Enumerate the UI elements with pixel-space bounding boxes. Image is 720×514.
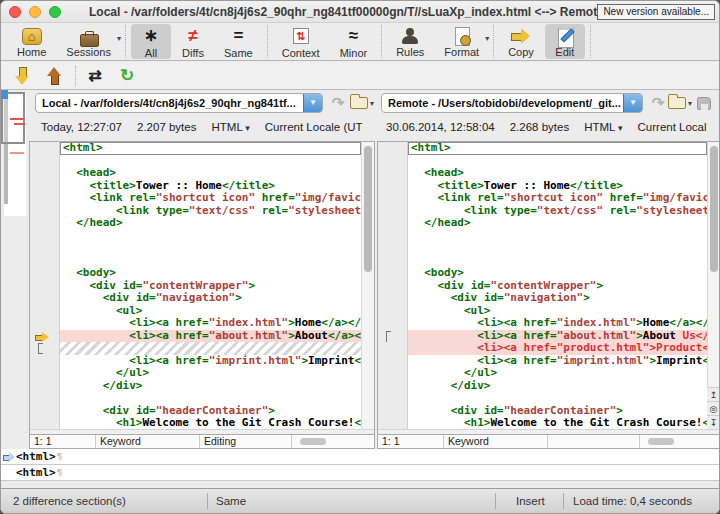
code-line[interactable]: <h1>Welcome to the Git Crash Course!< xyxy=(30,417,361,429)
code-line[interactable]: <title>Tower :: Home</title> xyxy=(30,180,361,193)
code-line[interactable]: <head> xyxy=(378,167,707,180)
code-line[interactable]: <link type="text/css" rel="stylesheet xyxy=(378,205,707,218)
close-window-button[interactable] xyxy=(9,6,21,18)
right-file-path-combo[interactable]: Remote - /Users/tobidobi/development/_gi… xyxy=(381,93,643,113)
gutter xyxy=(30,342,60,355)
edit-button[interactable]: Edit xyxy=(545,24,585,59)
swap-sides-icon[interactable]: ⇄ xyxy=(82,65,108,87)
right-code-editor[interactable]: <html> <head> <title>Tower :: Home</titl… xyxy=(378,142,707,429)
next-diff-scroll-button[interactable]: ↧ xyxy=(707,415,720,429)
code-line[interactable] xyxy=(378,392,707,405)
code-line[interactable]: <li><a href="imprint.html">Imprint< xyxy=(30,355,361,368)
code-line[interactable]: <h1>Welcome to the Git Crash Course!< xyxy=(378,417,707,429)
code-line[interactable]: <div id="navigation"> xyxy=(378,292,707,305)
code-line[interactable]: <ul> xyxy=(30,305,361,318)
center-diff-scroll-button[interactable]: ◎ xyxy=(707,401,720,415)
code-line[interactable] xyxy=(30,392,361,405)
diff-minimap[interactable] xyxy=(1,90,29,449)
prev-diff-scroll-button[interactable]: ↥ xyxy=(707,387,720,401)
left-format-dropdown[interactable]: HTML xyxy=(211,121,249,133)
code-line[interactable]: <body> xyxy=(30,267,361,280)
code-line[interactable]: <ul> xyxy=(378,305,707,318)
left-current-line-row[interactable]: <html> ¶ xyxy=(1,449,720,465)
code-line[interactable]: <li><a href="imprint.html">Imprint< xyxy=(378,355,707,368)
rules-button[interactable]: Rules xyxy=(387,24,433,59)
refresh-icon[interactable]: ↻ xyxy=(114,65,140,87)
chevron-down-icon[interactable]: ▾ xyxy=(117,34,121,43)
right-code-pane[interactable]: <html> <head> <title>Tower :: Home</titl… xyxy=(377,141,720,449)
code-line[interactable]: </div> xyxy=(378,380,707,393)
code-line[interactable]: <title>Tower :: Home</title> xyxy=(378,180,707,193)
copy-button[interactable]: Copy xyxy=(499,24,543,59)
diffs-button[interactable]: ≠Diffs xyxy=(173,24,213,59)
code-line[interactable] xyxy=(30,155,361,168)
code-line[interactable]: <li><a href="index.html">Home</a></ xyxy=(30,317,361,330)
left-code-editor[interactable]: <html> <head> <title>Tower :: Home</titl… xyxy=(30,142,361,429)
left-reload-file-icon[interactable]: ↷ xyxy=(329,94,347,112)
right-syntax-mode[interactable]: Keyword xyxy=(444,435,548,448)
code-line[interactable] xyxy=(30,342,361,355)
code-line[interactable]: <div id="headerContainer"> xyxy=(30,405,361,418)
code-line[interactable]: <div id="navigation"> xyxy=(30,292,361,305)
right-reload-file-icon[interactable]: ↷ xyxy=(649,94,667,112)
code-line[interactable]: </ul> xyxy=(30,367,361,380)
code-line[interactable] xyxy=(30,230,361,243)
code-line[interactable]: </head> xyxy=(378,217,707,230)
code-line[interactable]: <li><a href="index.html">Home</a></ xyxy=(378,317,707,330)
minor-button[interactable]: ≈Minor xyxy=(331,24,377,59)
minimize-window-button[interactable] xyxy=(29,6,41,18)
code-line[interactable]: <link rel="shortcut icon" href="img/favi… xyxy=(30,192,361,205)
code-line[interactable]: <html> xyxy=(378,142,707,155)
home-button[interactable]: ⌂Home xyxy=(8,24,55,59)
context-button[interactable]: ⇅Context xyxy=(273,24,329,59)
code-line[interactable]: <html> xyxy=(30,142,361,155)
statusbar: 2 difference section(s) Same Insert Load… xyxy=(1,488,720,514)
code-line[interactable]: <div id="headerContainer"> xyxy=(378,405,707,418)
chevron-down-icon[interactable]: ▾ xyxy=(485,34,489,43)
left-code-pane[interactable]: <html> <head> <title>Tower :: Home</titl… xyxy=(29,141,375,449)
code-line-text: <li><a href="index.html">Home</a></ xyxy=(408,317,707,330)
code-line[interactable] xyxy=(30,242,361,255)
right-encoding-dropdown[interactable]: Current Local xyxy=(638,121,707,133)
prev-diff-arrow-icon[interactable] xyxy=(41,65,67,87)
code-line[interactable] xyxy=(30,255,361,268)
left-file-info: Today, 12:27:07 2.207 bytes HTML Current… xyxy=(41,121,375,133)
right-vertical-scrollbar[interactable]: ↥ ◎ ↧ xyxy=(707,142,720,429)
code-line[interactable]: <body> xyxy=(378,267,707,280)
code-line[interactable]: <div id="contentWrapper"> xyxy=(30,280,361,293)
right-open-folder-icon[interactable]: ▾ xyxy=(667,94,693,112)
left-file-path-combo[interactable]: Local - /var/folders/4t/cn8j4j6s2_90qhr_… xyxy=(35,93,323,113)
code-line[interactable]: </ul> xyxy=(378,367,707,380)
code-line[interactable] xyxy=(378,255,707,268)
update-available-badge[interactable]: New version available... xyxy=(597,4,715,20)
code-line[interactable]: </head> xyxy=(30,217,361,230)
sessions-button[interactable]: Sessions▾ xyxy=(57,24,120,59)
chevron-down-icon[interactable]: ▾ xyxy=(303,93,322,113)
left-encoding-dropdown[interactable]: Current Locale (UT xyxy=(265,121,363,133)
code-line[interactable]: <link rel="shortcut icon" href="img/favi… xyxy=(378,192,707,205)
format-button[interactable]: Format▾ xyxy=(435,24,488,59)
left-syntax-mode[interactable]: Keyword xyxy=(96,435,200,448)
code-line[interactable] xyxy=(378,242,707,255)
code-line[interactable]: <li><a href="product.html">Product< xyxy=(378,342,707,355)
code-line[interactable]: </div> xyxy=(30,380,361,393)
all-button[interactable]: ∗All xyxy=(131,24,171,59)
save-icon[interactable] xyxy=(695,94,713,112)
same-button[interactable]: =Same xyxy=(215,24,262,59)
left-open-folder-icon[interactable]: ▾ xyxy=(349,94,375,112)
right-current-line-row[interactable]: <html> ¶ xyxy=(1,465,720,481)
chevron-down-icon[interactable]: ▾ xyxy=(623,93,642,113)
scrollbar-thumb[interactable] xyxy=(710,146,718,272)
code-line[interactable]: <div id="contentWrapper"> xyxy=(378,280,707,293)
code-line[interactable]: <link type="text/css" rel="stylesheet xyxy=(30,205,361,218)
code-line[interactable] xyxy=(378,155,707,168)
zoom-window-button[interactable] xyxy=(49,6,61,18)
left-vertical-scrollbar[interactable] xyxy=(361,142,374,429)
code-line[interactable]: <head> xyxy=(30,167,361,180)
code-line[interactable]: <li><a href="about.html">About Us</ xyxy=(378,330,707,343)
scrollbar-thumb[interactable] xyxy=(364,146,372,272)
code-line[interactable]: <li><a href="about.html">About</a>< xyxy=(30,330,361,343)
right-format-dropdown[interactable]: HTML xyxy=(584,121,622,133)
next-diff-arrow-icon[interactable] xyxy=(9,65,35,87)
code-line[interactable] xyxy=(378,230,707,243)
